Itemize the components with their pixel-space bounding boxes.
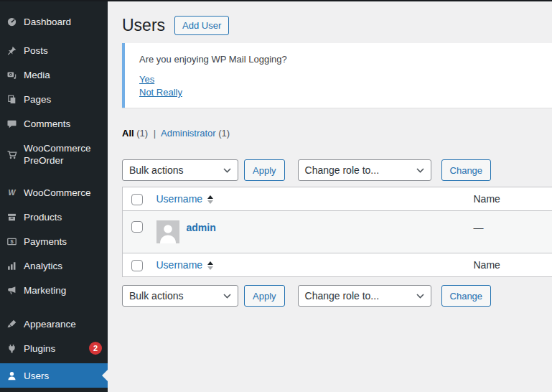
- sort-arrows-icon: [207, 195, 213, 204]
- bulk-actions-select-bottom[interactable]: Bulk actions: [122, 285, 238, 307]
- sidebar-item-label: Dashboard: [24, 16, 102, 28]
- add-user-button[interactable]: Add User: [174, 16, 229, 35]
- chevron-down-icon: [223, 168, 231, 173]
- filter-administrator-count: (1): [218, 128, 230, 139]
- sidebar-item-woocommerce[interactable]: W WooCommerce: [0, 180, 108, 205]
- wp-mail-logging-notice: Are you enjoying WP Mail Logging? Yes No…: [122, 43, 552, 108]
- change-button-bottom[interactable]: Change: [441, 285, 492, 307]
- sidebar-item-appearance[interactable]: Appearance: [0, 312, 108, 336]
- filter-separator: |: [154, 128, 156, 139]
- notice-not-really-link[interactable]: Not Really: [139, 86, 182, 99]
- wp-admin-users-page: Dashboard Posts Media Pages: [0, 0, 552, 392]
- pin-icon: [4, 43, 19, 57]
- svg-text:W: W: [9, 188, 17, 197]
- sidebar-item-label: Analytics: [24, 260, 102, 272]
- table-header-row: Username Name: [123, 187, 552, 211]
- sidebar-item-label: Pages: [24, 93, 102, 106]
- sidebar-item-label: Products: [24, 211, 102, 223]
- comment-icon: [4, 116, 19, 131]
- username-column-sort-link[interactable]: Username: [156, 259, 203, 271]
- cart-icon: [4, 147, 19, 162]
- sidebar-item-label: Users: [24, 370, 102, 382]
- avatar: [156, 220, 179, 243]
- sidebar-item-plugins[interactable]: Plugins 2: [0, 336, 108, 360]
- bar-chart-icon: [4, 258, 19, 273]
- menu-separator: [0, 173, 108, 180]
- page-title: Users: [122, 14, 165, 36]
- chevron-down-icon: [223, 294, 231, 299]
- main-content: Users Add User Are you enjoying WP Mail …: [108, 1, 552, 392]
- sidebar-item-payments[interactable]: $ Payments: [0, 229, 108, 253]
- sidebar-item-label: Posts: [24, 45, 102, 57]
- admin-sidebar: Dashboard Posts Media Pages: [0, 0, 108, 392]
- sidebar-item-woocommerce-preorder[interactable]: WooCommerce PreOrder: [0, 136, 108, 173]
- notice-links: Yes Not Really: [139, 73, 538, 99]
- sidebar-item-label: Comments: [24, 118, 102, 130]
- admin-bar-sliver: [0, 0, 552, 1]
- pages-icon: [4, 92, 19, 106]
- row-checkbox[interactable]: [131, 221, 143, 233]
- sidebar-item-label: Appearance: [24, 318, 102, 330]
- sidebar-item-analytics[interactable]: Analytics: [0, 253, 108, 278]
- sidebar-item-media[interactable]: Media: [0, 62, 108, 87]
- filter-all-link[interactable]: All: [122, 128, 134, 139]
- apply-button-bottom[interactable]: Apply: [244, 285, 285, 307]
- change-role-select-bottom[interactable]: Change role to...: [298, 285, 431, 307]
- bulk-actions-select-top[interactable]: Bulk actions: [122, 159, 238, 181]
- plug-icon: [4, 341, 19, 355]
- sidebar-item-label: Marketing: [24, 284, 102, 297]
- sidebar-item-users[interactable]: Users: [0, 363, 108, 388]
- dashboard-icon: [4, 14, 19, 29]
- name-column-header: Name: [467, 187, 552, 211]
- sidebar-item-pages[interactable]: Pages: [0, 87, 108, 111]
- username-link[interactable]: admin: [187, 222, 216, 233]
- name-cell-value: —: [474, 222, 552, 233]
- change-role-selected-value: Change role to...: [305, 290, 380, 302]
- change-button-top[interactable]: Change: [441, 159, 492, 181]
- apply-button-top[interactable]: Apply: [244, 159, 285, 181]
- user-icon: [4, 368, 19, 383]
- sidebar-item-products[interactable]: Products: [0, 205, 108, 229]
- sidebar-item-label: Payments: [24, 235, 102, 248]
- menu-separator: [0, 302, 108, 312]
- users-table: Username Name admin: [122, 187, 552, 277]
- sidebar-item-marketing[interactable]: Marketing: [0, 278, 108, 302]
- sidebar-item-label: Plugins: [24, 342, 84, 355]
- payments-icon: $: [4, 234, 19, 248]
- filter-administrator-link[interactable]: Administrator: [161, 128, 216, 139]
- select-all-checkbox-top[interactable]: [131, 194, 143, 205]
- user-role-filters: All (1) | Administrator (1): [122, 128, 552, 139]
- chevron-down-icon: [416, 294, 424, 299]
- select-all-checkbox-bottom[interactable]: [131, 260, 143, 271]
- bulk-actions-selected-value: Bulk actions: [129, 290, 183, 302]
- table-row: admin —: [123, 211, 552, 253]
- filter-all-count: (1): [136, 128, 148, 139]
- sidebar-item-label: WooCommerce PreOrder: [24, 142, 102, 167]
- notice-yes-link[interactable]: Yes: [139, 73, 154, 86]
- plugins-update-badge: 2: [89, 342, 102, 355]
- sort-arrows-icon: [207, 261, 213, 270]
- sidebar-item-dashboard[interactable]: Dashboard: [0, 9, 108, 34]
- sidebar-item-label: WooCommerce: [24, 187, 102, 199]
- sidebar-item-label: Media: [24, 69, 102, 81]
- svg-text:$: $: [10, 238, 14, 245]
- media-icon: [4, 67, 19, 82]
- brush-icon: [4, 317, 19, 331]
- notice-message: Are you enjoying WP Mail Logging?: [139, 53, 538, 66]
- archive-box-icon: [4, 210, 19, 224]
- megaphone-icon: [4, 283, 19, 297]
- table-footer-row: Username Name: [123, 253, 552, 277]
- bulk-actions-row-top: Bulk actions Apply Change role to... Cha…: [122, 159, 552, 181]
- username-column-sort-link[interactable]: Username: [156, 193, 203, 205]
- admin-menu: Dashboard Posts Media Pages: [0, 0, 108, 388]
- change-role-select-top[interactable]: Change role to...: [298, 159, 431, 181]
- chevron-down-icon: [416, 168, 424, 173]
- bulk-actions-row-bottom: Bulk actions Apply Change role to... Cha…: [122, 285, 552, 307]
- bulk-actions-selected-value: Bulk actions: [129, 164, 183, 176]
- page-header: Users Add User: [122, 1, 552, 36]
- sidebar-item-posts[interactable]: Posts: [0, 38, 108, 62]
- sidebar-item-comments[interactable]: Comments: [0, 111, 108, 136]
- woocommerce-icon: W: [4, 185, 19, 200]
- name-column-footer: Name: [467, 253, 552, 277]
- change-role-selected-value: Change role to...: [305, 164, 380, 176]
